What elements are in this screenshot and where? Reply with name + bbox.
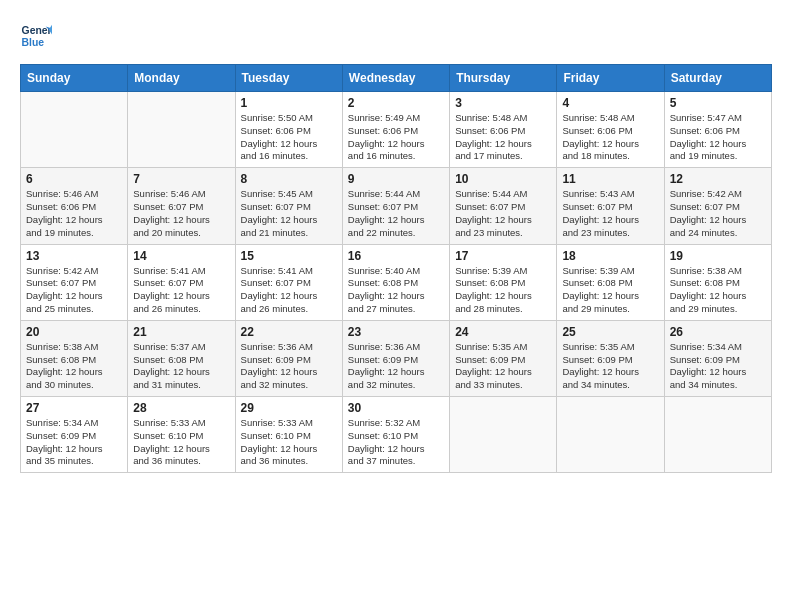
day-info: Sunrise: 5:39 AM Sunset: 6:08 PM Dayligh… (455, 265, 551, 316)
day-number: 20 (26, 325, 122, 339)
calendar-cell: 11Sunrise: 5:43 AM Sunset: 6:07 PM Dayli… (557, 168, 664, 244)
day-number: 13 (26, 249, 122, 263)
svg-text:Blue: Blue (22, 37, 45, 48)
day-info: Sunrise: 5:42 AM Sunset: 6:07 PM Dayligh… (26, 265, 122, 316)
calendar-cell: 7Sunrise: 5:46 AM Sunset: 6:07 PM Daylig… (128, 168, 235, 244)
day-info: Sunrise: 5:38 AM Sunset: 6:08 PM Dayligh… (670, 265, 766, 316)
day-info: Sunrise: 5:43 AM Sunset: 6:07 PM Dayligh… (562, 188, 658, 239)
day-info: Sunrise: 5:45 AM Sunset: 6:07 PM Dayligh… (241, 188, 337, 239)
calendar-cell: 4Sunrise: 5:48 AM Sunset: 6:06 PM Daylig… (557, 92, 664, 168)
day-info: Sunrise: 5:46 AM Sunset: 6:06 PM Dayligh… (26, 188, 122, 239)
day-number: 1 (241, 96, 337, 110)
day-number: 15 (241, 249, 337, 263)
calendar-cell: 20Sunrise: 5:38 AM Sunset: 6:08 PM Dayli… (21, 320, 128, 396)
calendar-cell: 30Sunrise: 5:32 AM Sunset: 6:10 PM Dayli… (342, 397, 449, 473)
weekday-header-tuesday: Tuesday (235, 65, 342, 92)
day-number: 11 (562, 172, 658, 186)
day-number: 2 (348, 96, 444, 110)
day-info: Sunrise: 5:34 AM Sunset: 6:09 PM Dayligh… (670, 341, 766, 392)
day-info: Sunrise: 5:37 AM Sunset: 6:08 PM Dayligh… (133, 341, 229, 392)
calendar-cell: 9Sunrise: 5:44 AM Sunset: 6:07 PM Daylig… (342, 168, 449, 244)
calendar-cell: 26Sunrise: 5:34 AM Sunset: 6:09 PM Dayli… (664, 320, 771, 396)
page-header: General Blue (20, 20, 772, 52)
calendar-cell: 1Sunrise: 5:50 AM Sunset: 6:06 PM Daylig… (235, 92, 342, 168)
day-info: Sunrise: 5:39 AM Sunset: 6:08 PM Dayligh… (562, 265, 658, 316)
calendar-cell (664, 397, 771, 473)
day-number: 17 (455, 249, 551, 263)
day-info: Sunrise: 5:32 AM Sunset: 6:10 PM Dayligh… (348, 417, 444, 468)
calendar-cell: 23Sunrise: 5:36 AM Sunset: 6:09 PM Dayli… (342, 320, 449, 396)
calendar-table: SundayMondayTuesdayWednesdayThursdayFrid… (20, 64, 772, 473)
day-number: 18 (562, 249, 658, 263)
day-info: Sunrise: 5:36 AM Sunset: 6:09 PM Dayligh… (348, 341, 444, 392)
calendar-week-row: 20Sunrise: 5:38 AM Sunset: 6:08 PM Dayli… (21, 320, 772, 396)
calendar-cell: 15Sunrise: 5:41 AM Sunset: 6:07 PM Dayli… (235, 244, 342, 320)
calendar-cell: 17Sunrise: 5:39 AM Sunset: 6:08 PM Dayli… (450, 244, 557, 320)
calendar-cell: 8Sunrise: 5:45 AM Sunset: 6:07 PM Daylig… (235, 168, 342, 244)
calendar-cell: 25Sunrise: 5:35 AM Sunset: 6:09 PM Dayli… (557, 320, 664, 396)
calendar-cell: 6Sunrise: 5:46 AM Sunset: 6:06 PM Daylig… (21, 168, 128, 244)
day-info: Sunrise: 5:41 AM Sunset: 6:07 PM Dayligh… (133, 265, 229, 316)
day-number: 9 (348, 172, 444, 186)
day-number: 6 (26, 172, 122, 186)
calendar-cell: 3Sunrise: 5:48 AM Sunset: 6:06 PM Daylig… (450, 92, 557, 168)
day-number: 3 (455, 96, 551, 110)
day-number: 22 (241, 325, 337, 339)
calendar-cell: 18Sunrise: 5:39 AM Sunset: 6:08 PM Dayli… (557, 244, 664, 320)
day-info: Sunrise: 5:47 AM Sunset: 6:06 PM Dayligh… (670, 112, 766, 163)
day-info: Sunrise: 5:44 AM Sunset: 6:07 PM Dayligh… (348, 188, 444, 239)
calendar-cell: 13Sunrise: 5:42 AM Sunset: 6:07 PM Dayli… (21, 244, 128, 320)
day-number: 10 (455, 172, 551, 186)
calendar-cell: 5Sunrise: 5:47 AM Sunset: 6:06 PM Daylig… (664, 92, 771, 168)
day-number: 5 (670, 96, 766, 110)
weekday-header-wednesday: Wednesday (342, 65, 449, 92)
day-number: 25 (562, 325, 658, 339)
weekday-header-sunday: Sunday (21, 65, 128, 92)
day-info: Sunrise: 5:42 AM Sunset: 6:07 PM Dayligh… (670, 188, 766, 239)
calendar-cell: 22Sunrise: 5:36 AM Sunset: 6:09 PM Dayli… (235, 320, 342, 396)
day-info: Sunrise: 5:35 AM Sunset: 6:09 PM Dayligh… (562, 341, 658, 392)
calendar-cell: 14Sunrise: 5:41 AM Sunset: 6:07 PM Dayli… (128, 244, 235, 320)
day-number: 23 (348, 325, 444, 339)
calendar-cell: 10Sunrise: 5:44 AM Sunset: 6:07 PM Dayli… (450, 168, 557, 244)
day-number: 21 (133, 325, 229, 339)
day-number: 8 (241, 172, 337, 186)
day-info: Sunrise: 5:38 AM Sunset: 6:08 PM Dayligh… (26, 341, 122, 392)
calendar-cell: 28Sunrise: 5:33 AM Sunset: 6:10 PM Dayli… (128, 397, 235, 473)
calendar-cell: 2Sunrise: 5:49 AM Sunset: 6:06 PM Daylig… (342, 92, 449, 168)
day-info: Sunrise: 5:34 AM Sunset: 6:09 PM Dayligh… (26, 417, 122, 468)
day-number: 16 (348, 249, 444, 263)
calendar-cell: 21Sunrise: 5:37 AM Sunset: 6:08 PM Dayli… (128, 320, 235, 396)
day-number: 29 (241, 401, 337, 415)
calendar-cell: 29Sunrise: 5:33 AM Sunset: 6:10 PM Dayli… (235, 397, 342, 473)
weekday-header-friday: Friday (557, 65, 664, 92)
day-info: Sunrise: 5:50 AM Sunset: 6:06 PM Dayligh… (241, 112, 337, 163)
weekday-header-thursday: Thursday (450, 65, 557, 92)
weekday-header-row: SundayMondayTuesdayWednesdayThursdayFrid… (21, 65, 772, 92)
calendar-week-row: 27Sunrise: 5:34 AM Sunset: 6:09 PM Dayli… (21, 397, 772, 473)
day-info: Sunrise: 5:36 AM Sunset: 6:09 PM Dayligh… (241, 341, 337, 392)
weekday-header-saturday: Saturday (664, 65, 771, 92)
day-number: 24 (455, 325, 551, 339)
day-info: Sunrise: 5:48 AM Sunset: 6:06 PM Dayligh… (455, 112, 551, 163)
day-info: Sunrise: 5:41 AM Sunset: 6:07 PM Dayligh… (241, 265, 337, 316)
day-info: Sunrise: 5:35 AM Sunset: 6:09 PM Dayligh… (455, 341, 551, 392)
day-number: 30 (348, 401, 444, 415)
logo: General Blue (20, 20, 28, 52)
day-number: 27 (26, 401, 122, 415)
day-number: 28 (133, 401, 229, 415)
logo-icon: General Blue (20, 20, 52, 52)
day-number: 19 (670, 249, 766, 263)
day-info: Sunrise: 5:49 AM Sunset: 6:06 PM Dayligh… (348, 112, 444, 163)
calendar-cell (128, 92, 235, 168)
calendar-week-row: 6Sunrise: 5:46 AM Sunset: 6:06 PM Daylig… (21, 168, 772, 244)
day-info: Sunrise: 5:44 AM Sunset: 6:07 PM Dayligh… (455, 188, 551, 239)
calendar-cell: 16Sunrise: 5:40 AM Sunset: 6:08 PM Dayli… (342, 244, 449, 320)
calendar-cell: 27Sunrise: 5:34 AM Sunset: 6:09 PM Dayli… (21, 397, 128, 473)
calendar-cell: 19Sunrise: 5:38 AM Sunset: 6:08 PM Dayli… (664, 244, 771, 320)
calendar-cell (450, 397, 557, 473)
calendar-week-row: 1Sunrise: 5:50 AM Sunset: 6:06 PM Daylig… (21, 92, 772, 168)
day-info: Sunrise: 5:33 AM Sunset: 6:10 PM Dayligh… (241, 417, 337, 468)
calendar-cell (557, 397, 664, 473)
day-info: Sunrise: 5:46 AM Sunset: 6:07 PM Dayligh… (133, 188, 229, 239)
